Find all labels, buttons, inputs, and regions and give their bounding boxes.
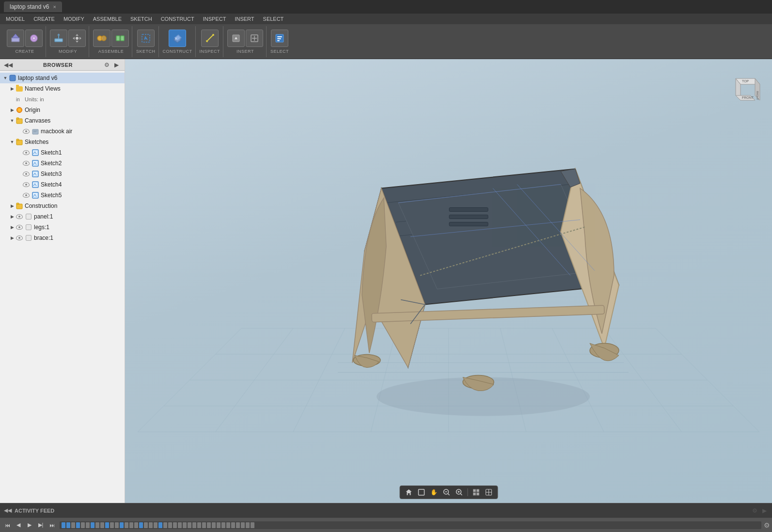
tree-item-sketch2[interactable]: Sketch2 (0, 158, 125, 169)
tree-item-macbook-air[interactable]: macbook air (0, 126, 125, 137)
activity-feed-settings[interactable]: ⚙ (751, 507, 758, 515)
toolbar-group-select: SELECT (268, 26, 292, 57)
toolbar-label-modify: MODIFY (59, 49, 77, 54)
toolbar-group-construct: CONSTRUCT (160, 26, 196, 57)
revolve-button[interactable] (25, 30, 43, 47)
zoom-out-button[interactable] (441, 487, 452, 498)
viewcube[interactable]: FRONT RIGHT TOP (724, 69, 762, 108)
svg-rect-4 (55, 39, 63, 42)
timeline-prev-button[interactable]: ◀ (13, 520, 24, 531)
tree-item-brace[interactable]: ▶ brace:1 (0, 233, 125, 243)
timeline-marker-3 (71, 522, 75, 528)
menu-bar: MODEL CREATE MODIFY ASSEMBLE SKETCH CONS… (0, 14, 772, 24)
sketches-folder-icon (16, 138, 23, 146)
pan-button[interactable]: ✋ (428, 487, 440, 498)
viewport[interactable]: FRONT RIGHT TOP ✋ (125, 59, 772, 503)
tree-item-sketches[interactable]: ▼ Sketches (0, 137, 125, 147)
offset-plane-button[interactable] (169, 30, 186, 47)
look-at-button[interactable] (415, 487, 427, 498)
tree-item-sketch3[interactable]: Sketch3 (0, 169, 125, 179)
menu-inspect[interactable]: INSPECT (199, 15, 230, 23)
extrude-button[interactable] (7, 30, 24, 47)
svg-line-97 (448, 494, 449, 495)
timeline-settings-button[interactable]: ⚙ (764, 521, 770, 529)
display-mode-button[interactable] (470, 487, 482, 498)
tree-item-origin[interactable]: ▶ Origin (0, 105, 125, 115)
toolbar-label-construct: CONSTRUCT (163, 49, 192, 54)
tree-item-sketch5[interactable]: Sketch5 (0, 190, 125, 201)
close-tab-button[interactable]: × (53, 4, 56, 10)
tree-toggle-brace[interactable]: ▶ (9, 235, 16, 241)
menu-create[interactable]: CREATE (30, 15, 59, 23)
tree-item-panel[interactable]: ▶ panel:1 (0, 211, 125, 222)
tree-toggle-sketches[interactable]: ▼ (9, 139, 16, 145)
timeline-marker-30 (202, 522, 206, 528)
tree-label-origin: Origin (25, 107, 123, 113)
svg-rect-17 (142, 34, 150, 42)
browser-settings-button[interactable]: ⚙ (103, 61, 111, 69)
svg-marker-6 (57, 33, 60, 35)
menu-assemble[interactable]: ASSEMBLE (89, 15, 126, 23)
timeline-marker-40 (251, 522, 254, 528)
move-button[interactable] (68, 30, 86, 47)
eye-icon-sketch1 (22, 149, 30, 156)
menu-model[interactable]: MODEL (2, 15, 29, 23)
menu-select[interactable]: SELECT (259, 15, 288, 23)
tree-toggle-origin[interactable]: ▶ (9, 107, 16, 113)
select-filter-button[interactable] (271, 30, 288, 47)
svg-point-78 (353, 355, 380, 366)
browser-tree: ▼ laptop stand v6 ▶ Named Views in (0, 71, 125, 503)
timeline-marker-16 (134, 522, 138, 528)
browser-expand-button[interactable]: ▶ (113, 61, 121, 69)
document-tab[interactable]: laptop stand v6 × (4, 1, 62, 12)
tree-item-construction[interactable]: ▶ Construction (0, 201, 125, 211)
timeline-marker-28 (192, 522, 196, 528)
create-sketch-button[interactable] (137, 30, 155, 47)
menu-sketch[interactable]: SKETCH (126, 15, 156, 23)
toolbar-group-insert: INSERT (224, 26, 267, 57)
tree-toggle-construction[interactable]: ▶ (9, 203, 16, 209)
timeline-first-button[interactable]: ⏮ (2, 520, 13, 531)
zoom-in-button[interactable] (453, 487, 465, 498)
tree-item-legs[interactable]: ▶ legs:1 (0, 222, 125, 233)
tree-item-units[interactable]: in Units: in (0, 94, 125, 105)
viewport-toolbar: ✋ (399, 485, 498, 499)
menu-modify[interactable]: MODIFY (60, 15, 88, 23)
press-pull-button[interactable] (50, 30, 67, 47)
tree-item-root[interactable]: ▼ laptop stand v6 (0, 73, 125, 83)
measure-button[interactable] (201, 30, 219, 47)
svg-marker-1 (12, 34, 19, 38)
activity-feed-header[interactable]: ◀◀ ACTIVITY FEED (4, 507, 54, 514)
timeline-play-button[interactable]: ▶ (24, 520, 35, 531)
menu-construct[interactable]: CONSTRUCT (157, 15, 198, 23)
joint-button[interactable] (93, 30, 110, 47)
home-view-button[interactable] (403, 487, 414, 498)
tree-item-sketch1[interactable]: Sketch1 (0, 147, 125, 158)
timeline-next-button[interactable]: ▶| (35, 520, 46, 531)
menu-insert[interactable]: INSERT (231, 15, 258, 23)
tree-toggle-root[interactable]: ▼ (2, 75, 9, 81)
svg-marker-7 (76, 34, 79, 36)
tree-toggle-legs[interactable]: ▶ (9, 224, 16, 231)
timeline-last-button[interactable]: ⏭ (47, 520, 57, 531)
visual-style-button[interactable] (483, 487, 494, 498)
tree-label-named-views: Named Views (25, 85, 123, 92)
activity-feed-expand[interactable]: ▶ (760, 507, 768, 515)
rigid-group-button[interactable] (111, 30, 129, 47)
svg-line-55 (216, 328, 293, 432)
title-bar: laptop stand v6 × (0, 0, 772, 14)
3d-model[interactable] (323, 140, 638, 422)
tree-toggle-panel[interactable]: ▶ (9, 213, 16, 220)
insert-svg-button[interactable] (227, 30, 245, 47)
tree-toggle-named-views[interactable]: ▶ (9, 85, 16, 92)
toolbar-group-assemble: ASSEMBLE (90, 26, 132, 57)
tree-item-named-views[interactable]: ▶ Named Views (0, 83, 125, 94)
timeline-track[interactable] (60, 521, 761, 529)
tree-item-canvases[interactable]: ▼ Canvases (0, 115, 125, 126)
tree-item-sketch4[interactable]: Sketch4 (0, 179, 125, 190)
tree-label-sketch4: Sketch4 (41, 181, 123, 188)
tree-toggle-canvases[interactable]: ▼ (9, 117, 16, 124)
insert-derive-button[interactable] (246, 30, 263, 47)
browser-collapse-icon[interactable]: ◀◀ (4, 62, 13, 68)
toolbar-label-assemble: ASSEMBLE (98, 49, 124, 54)
